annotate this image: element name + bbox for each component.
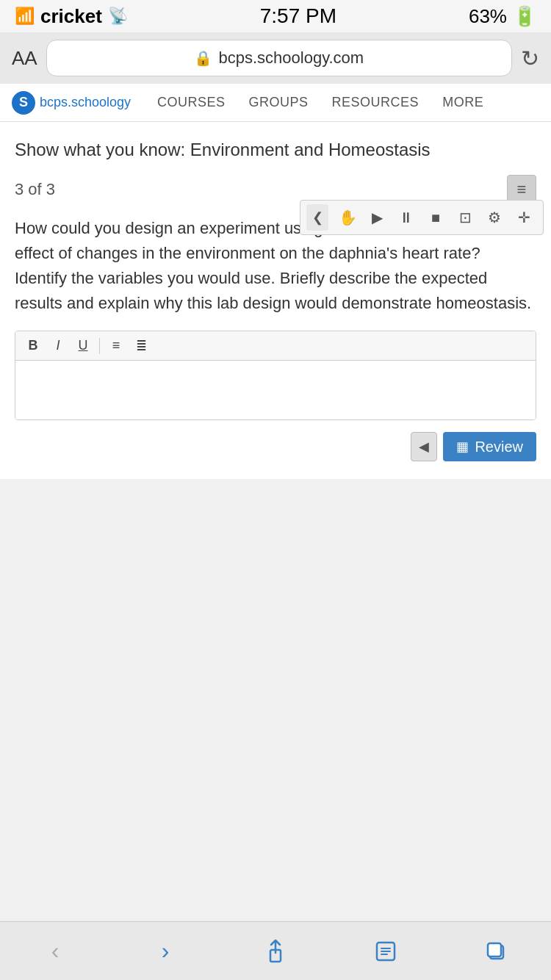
browser-bookmarks-btn[interactable] — [356, 929, 415, 973]
editor-toolbar: B I U ≡ ≣ — [15, 331, 536, 361]
quiz-title: Show what you know: Environment and Home… — [15, 140, 536, 160]
schoology-logo[interactable]: S bcps.schoology — [12, 91, 131, 115]
rich-text-editor[interactable]: B I U ≡ ≣ — [15, 331, 536, 420]
bold-btn[interactable]: B — [21, 335, 45, 357]
page-spacer — [0, 479, 551, 942]
logo-s-icon: S — [12, 91, 35, 115]
toolbar-overlay: ❮ ✋ ▶ ⏸ ■ ⊡ ⚙ ✛ — [300, 200, 544, 235]
status-left: 📶 cricket 📡 — [15, 5, 128, 28]
bottom-actions: ◀ ▦ Review — [15, 432, 536, 461]
signal-icon: 📶 — [15, 7, 35, 26]
nav-bar: S bcps.schoology COURSES GROUPS RESOURCE… — [0, 84, 551, 122]
unordered-list-btn[interactable]: ≡ — [104, 335, 128, 357]
toolbar-pause-btn[interactable]: ⏸ — [393, 204, 419, 231]
battery-percent: 63% — [469, 5, 507, 28]
prev-button[interactable]: ◀ — [411, 432, 437, 461]
nav-item-groups[interactable]: GROUPS — [237, 84, 320, 122]
editor-textarea[interactable] — [15, 361, 536, 419]
browser-share-btn[interactable] — [246, 929, 305, 973]
browser-back-btn[interactable]: ‹ — [26, 929, 84, 973]
status-bar: 📶 cricket 📡 7:57 PM 63% 🔋 — [0, 0, 551, 32]
review-button[interactable]: ▦ Review — [443, 432, 536, 461]
bottom-browser-bar: ‹ › — [0, 921, 551, 980]
toolbar-play-btn[interactable]: ▶ — [364, 204, 390, 231]
logo-text: bcps.schoology — [40, 95, 131, 110]
aa-button[interactable]: AA — [12, 47, 37, 70]
review-icon: ▦ — [456, 439, 469, 455]
svg-rect-3 — [488, 943, 501, 956]
url-bar[interactable]: 🔒 bcps.schoology.com — [46, 40, 512, 76]
italic-btn[interactable]: I — [46, 335, 70, 357]
url-text: bcps.schoology.com — [218, 48, 364, 68]
underline-btn[interactable]: U — [71, 335, 95, 357]
wifi-icon: 📡 — [108, 7, 128, 26]
browser-forward-btn[interactable]: › — [136, 929, 195, 973]
ordered-list-btn[interactable]: ≣ — [129, 335, 153, 357]
status-right: 63% 🔋 — [469, 5, 536, 28]
question-counter: 3 of 3 — [15, 180, 55, 199]
nav-item-more[interactable]: MORE — [431, 84, 495, 122]
battery-icon: 🔋 — [513, 5, 536, 28]
toolbar-embed-btn[interactable]: ⊡ — [452, 204, 478, 231]
carrier-text: cricket — [40, 5, 102, 28]
toolbar-move-btn[interactable]: ✛ — [511, 204, 537, 231]
toolbar-hand-btn[interactable]: ✋ — [334, 204, 361, 231]
toolbar-divider — [99, 338, 100, 354]
browser-tabs-btn[interactable] — [467, 929, 525, 973]
toolbar-collapse-btn[interactable]: ❮ — [306, 204, 328, 231]
browser-chrome: AA 🔒 bcps.schoology.com ↻ — [0, 32, 551, 84]
toolbar-stop-btn[interactable]: ■ — [422, 204, 449, 231]
nav-item-courses[interactable]: COURSES — [145, 84, 237, 122]
main-content: Show what you know: Environment and Home… — [0, 122, 551, 479]
time-display: 7:57 PM — [260, 4, 336, 28]
nav-item-resources[interactable]: RESOURCES — [320, 84, 431, 122]
toolbar-settings-btn[interactable]: ⚙ — [481, 204, 508, 231]
refresh-button[interactable]: ↻ — [521, 46, 539, 71]
lock-icon: 🔒 — [194, 49, 212, 67]
